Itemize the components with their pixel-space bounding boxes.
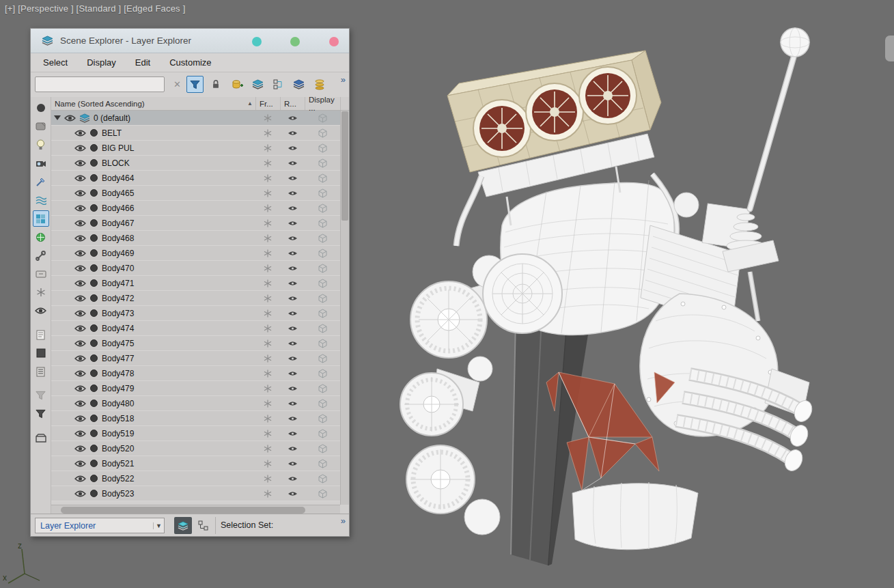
menu-customize[interactable]: Customize [160,55,221,70]
visibility-eye-icon[interactable] [74,369,86,378]
frozen-filter-icon[interactable] [33,284,49,300]
layer-color-icon[interactable] [90,324,98,332]
display-cube-icon[interactable] [305,444,340,453]
render-eye-icon[interactable] [280,460,305,467]
render-eye-icon[interactable] [280,235,305,242]
display-cube-icon[interactable] [305,234,340,243]
visibility-eye-icon[interactable] [74,309,86,318]
render-eye-icon[interactable] [280,220,305,227]
column-header-display[interactable]: Display ... [305,97,341,110]
toolbar-overflow-chevrons[interactable]: » [341,74,346,85]
render-eye-icon[interactable] [280,265,305,272]
layer-color-icon[interactable] [90,174,98,182]
layer-color-icon[interactable] [90,129,98,137]
display-cube-icon[interactable] [305,474,340,484]
layer-view-button[interactable] [174,517,192,534]
column-header-render[interactable]: R... [281,97,305,110]
hierarchy-view-button[interactable] [195,517,212,534]
titlebar-dot-green[interactable] [290,37,300,46]
menu-edit[interactable]: Edit [126,55,160,70]
layer-row[interactable]: Body522 [51,471,340,486]
hidden-filter-icon[interactable] [33,303,49,319]
layer-color-icon[interactable] [90,400,98,407]
freeze-snowflake-icon[interactable] [255,354,280,363]
bin-icon[interactable] [33,430,49,446]
render-eye-icon[interactable] [280,310,305,317]
render-eye-icon[interactable] [280,145,305,152]
search-input[interactable] [35,76,165,92]
visibility-eye-icon[interactable] [74,475,86,483]
display-cube-icon[interactable] [305,384,340,393]
layer-color-icon[interactable] [90,430,98,437]
layer-color-icon[interactable] [90,204,98,212]
notes-icon[interactable] [33,363,49,380]
freeze-snowflake-icon[interactable] [255,294,280,303]
filter-icon[interactable] [186,76,204,93]
layer-row[interactable]: Body470 [51,261,340,276]
layer-row[interactable]: BIG PUL [51,141,340,156]
layer-color-icon[interactable] [90,415,98,422]
freeze-snowflake-icon[interactable] [255,219,280,227]
freeze-snowflake-icon[interactable] [255,415,280,423]
column-header-name[interactable]: Name (Sorted Ascending) ▲ [51,97,256,110]
display-containers-icon[interactable] [33,266,49,282]
display-cube-icon[interactable] [305,414,340,423]
display-shapes-icon[interactable] [33,118,49,135]
visibility-eye-icon[interactable] [74,129,86,137]
visibility-eye-icon[interactable] [74,415,86,423]
visibility-eye-icon[interactable] [74,324,86,333]
freeze-snowflake-icon[interactable] [255,460,280,468]
display-cube-icon[interactable] [305,489,340,499]
explorer-mode-combo[interactable]: Layer Explorer ▼ [35,518,165,533]
display-cube-icon[interactable] [305,143,340,153]
freeze-snowflake-icon[interactable] [255,249,280,257]
display-cube-icon[interactable] [305,294,340,303]
collapse-tree-icon[interactable] [270,76,287,93]
layer-row[interactable]: Body467 [51,216,340,231]
visibility-eye-icon[interactable] [74,189,86,197]
freeze-snowflake-icon[interactable] [255,159,280,167]
display-cube-icon[interactable] [305,279,340,288]
horizontal-scroll-thumb[interactable] [61,507,305,514]
filter-disabled-icon[interactable] [33,387,49,404]
window-titlebar[interactable]: Scene Explorer - Layer Explorer [31,29,349,53]
freeze-snowflake-icon[interactable] [255,189,280,197]
vertical-scroll-thumb[interactable] [341,111,348,221]
visibility-eye-icon[interactable] [74,430,86,438]
filter-active-icon[interactable] [33,406,49,422]
render-eye-icon[interactable] [280,355,305,362]
freeze-snowflake-icon[interactable] [255,324,280,333]
clear-search-icon[interactable]: ✕ [169,76,186,93]
viewport-scroll-thumb[interactable] [885,36,894,61]
display-helpers-icon[interactable] [33,229,49,245]
display-cube-icon[interactable] [305,249,340,258]
properties-icon[interactable] [33,326,49,343]
visibility-eye-icon[interactable] [74,384,86,393]
render-eye-icon[interactable] [280,250,305,257]
column-header-frozen[interactable]: Fr... [256,97,281,110]
layer-row[interactable]: Body478 [51,366,340,381]
layer-row-root[interactable]: 0 (default) [51,111,340,126]
render-eye-icon[interactable] [280,295,305,302]
freeze-snowflake-icon[interactable] [255,234,280,242]
display-cube-icon[interactable] [305,399,340,408]
freeze-snowflake-icon[interactable] [255,309,280,318]
visibility-eye-icon[interactable] [74,219,86,227]
layer-color-icon[interactable] [90,475,98,482]
layer-color-icon[interactable] [90,339,98,347]
freeze-snowflake-icon[interactable] [255,129,280,137]
render-eye-icon[interactable] [280,160,305,167]
titlebar-dot-pink[interactable] [329,37,339,46]
render-eye-icon[interactable] [280,370,305,377]
layer-row[interactable]: Body465 [51,186,340,201]
layer-color-icon[interactable] [90,219,98,227]
layer-row[interactable]: Body519 [51,426,340,441]
visibility-eye-icon[interactable] [74,159,86,167]
freeze-snowflake-icon[interactable] [255,144,280,152]
render-eye-icon[interactable] [280,190,305,197]
layer-color-icon[interactable] [90,309,98,317]
visibility-eye-icon[interactable] [74,294,86,303]
layer-row[interactable]: Body464 [51,171,340,186]
visibility-eye-icon[interactable] [74,174,86,182]
visibility-eye-icon[interactable] [74,490,86,498]
